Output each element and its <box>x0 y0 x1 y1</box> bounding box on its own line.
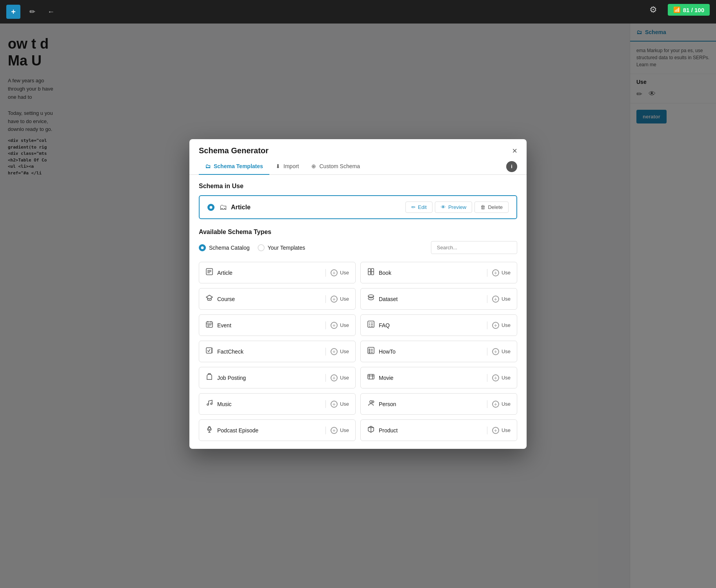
use-circle-icon: + <box>492 348 499 355</box>
delete-button[interactable]: 🗑 Delete <box>474 201 509 213</box>
faq-use-button[interactable]: + Use <box>492 322 511 329</box>
schema-card-left-2: Event + Use <box>199 314 356 336</box>
book-use-button[interactable]: + Use <box>492 269 511 276</box>
score-icon: 📶 <box>673 6 681 13</box>
tab-import-icon: ⬇ <box>276 163 280 169</box>
info-icon[interactable]: i <box>506 161 517 172</box>
course-icon <box>205 294 213 304</box>
use-circle-icon: + <box>331 374 338 381</box>
your-templates-radio-option[interactable]: Your Templates <box>258 244 305 251</box>
svg-point-42 <box>372 401 374 403</box>
schema-card-left-3: FactCheck + Use <box>199 341 356 362</box>
add-button[interactable]: + <box>6 5 20 19</box>
use-circle-icon: + <box>331 296 338 303</box>
catalog-radio-option[interactable]: Schema Catalog <box>199 244 250 251</box>
use-circle-icon: + <box>492 427 499 434</box>
svg-rect-23 <box>206 348 212 353</box>
edit-icon-button[interactable]: ✏ <box>25 5 39 19</box>
divider <box>325 295 326 303</box>
filter-row: Schema Catalog Your Templates <box>199 241 517 254</box>
schema-card-right-5: Person + Use <box>360 393 517 415</box>
modal-tabs: 🗂 Schema Templates ⬇ Import ⊕ Custom Sch… <box>189 158 527 175</box>
tab-custom-schema[interactable]: ⊕ Custom Schema <box>305 158 366 175</box>
tab-templates-icon: 🗂 <box>205 163 211 169</box>
divider <box>487 348 487 356</box>
job-posting-icon <box>205 373 213 383</box>
divider <box>487 321 487 329</box>
article-use-button[interactable]: + Use <box>331 269 349 276</box>
back-button[interactable]: ← <box>44 5 58 19</box>
catalog-radio[interactable] <box>199 244 206 251</box>
search-input[interactable] <box>431 241 517 254</box>
modal-close-button[interactable]: × <box>512 147 517 155</box>
tab-templates-label: Schema Templates <box>214 163 263 169</box>
use-circle-icon: + <box>492 269 499 276</box>
movie-icon <box>367 373 375 383</box>
schema-card-left-1: Course + Use <box>199 288 356 310</box>
podcast-episode-icon <box>205 425 213 435</box>
schema-card-right-6: Product + Use <box>360 419 517 441</box>
your-templates-label: Your Templates <box>268 245 305 251</box>
divider <box>487 295 487 303</box>
svg-point-40 <box>211 403 212 405</box>
dataset-icon <box>367 294 375 304</box>
schema-card-left-4: Job Posting + Use <box>199 367 356 388</box>
book-icon <box>367 268 375 278</box>
podcast-episode-use-button[interactable]: + Use <box>331 427 349 434</box>
dataset-use-button[interactable]: + Use <box>492 296 511 303</box>
divider <box>487 374 487 382</box>
schema-card-right-4: Movie + Use <box>360 367 517 388</box>
use-circle-icon: + <box>331 427 338 434</box>
howto-icon <box>367 347 375 356</box>
gear-icon[interactable]: ⚙ <box>649 5 657 15</box>
modal-header: Schema Generator × <box>189 139 527 155</box>
schema-card-left-0: Article + Use <box>199 262 356 283</box>
divider <box>325 400 326 408</box>
event-label: Event <box>217 322 321 328</box>
article-icon <box>205 268 213 278</box>
person-use-button[interactable]: + Use <box>492 401 511 408</box>
svg-rect-35 <box>368 374 374 379</box>
tab-custom-icon: ⊕ <box>311 163 316 169</box>
article-radio-selected[interactable] <box>207 204 214 211</box>
product-icon <box>367 425 375 435</box>
preview-icon: 👁 <box>441 204 446 210</box>
svg-rect-10 <box>206 322 213 327</box>
your-templates-radio[interactable] <box>258 244 265 251</box>
factcheck-use-button[interactable]: + Use <box>331 348 349 355</box>
tab-schema-templates[interactable]: 🗂 Schema Templates <box>199 158 269 175</box>
howto-use-button[interactable]: + Use <box>492 348 511 355</box>
edit-icon: ✏ <box>411 204 416 210</box>
use-circle-icon: + <box>331 269 338 276</box>
divider <box>487 269 487 277</box>
delete-icon: 🗑 <box>480 204 485 210</box>
music-icon <box>205 399 213 409</box>
tab-import-label: Import <box>283 163 299 169</box>
divider <box>487 426 487 434</box>
job-posting-label: Job Posting <box>217 375 321 381</box>
delete-label: Delete <box>488 204 503 210</box>
article-label: Article <box>217 270 321 276</box>
schema-grid: Article + Use Book + Use Course + Use <box>199 262 517 441</box>
howto-label: HowTo <box>379 348 482 355</box>
tab-import[interactable]: ⬇ Import <box>269 158 305 175</box>
svg-point-28 <box>369 350 370 351</box>
factcheck-icon <box>205 347 213 356</box>
top-toolbar: + ✏ ← ⚙ 📶 81 / 100 <box>0 0 716 24</box>
course-use-button[interactable]: + Use <box>331 296 349 303</box>
divider <box>487 400 487 408</box>
divider <box>325 321 326 329</box>
svg-point-26 <box>369 349 370 350</box>
event-use-button[interactable]: + Use <box>331 322 349 329</box>
music-use-button[interactable]: + Use <box>331 401 349 408</box>
article-label: Article <box>231 204 405 211</box>
schema-card-left-6: Podcast Episode + Use <box>199 419 356 441</box>
podcast-episode-label: Podcast Episode <box>217 427 321 434</box>
article-icon: 🗂 <box>219 203 227 212</box>
preview-button[interactable]: 👁 Preview <box>435 201 472 213</box>
product-use-button[interactable]: + Use <box>492 427 511 434</box>
movie-use-button[interactable]: + Use <box>492 374 511 381</box>
divider <box>325 348 326 356</box>
edit-button[interactable]: ✏ Edit <box>405 201 433 213</box>
job-posting-use-button[interactable]: + Use <box>331 374 349 381</box>
